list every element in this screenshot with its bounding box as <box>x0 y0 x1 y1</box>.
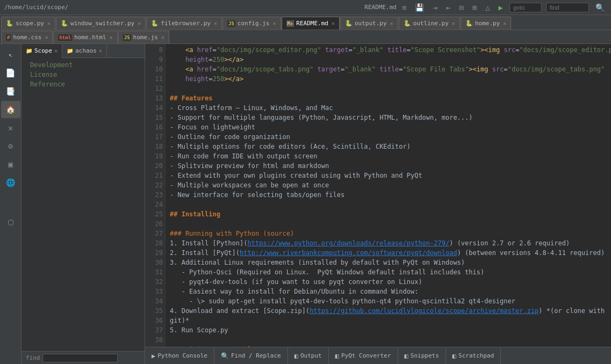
home-js-icon: JS <box>123 34 131 41</box>
scratchpad-icon: ◧ <box>452 352 456 360</box>
goto-input[interactable] <box>509 3 542 12</box>
pyqt-icon: ◧ <box>335 352 339 360</box>
python-console-label: Python Console <box>157 352 207 359</box>
find-replace-label: Find / Replace <box>231 352 281 359</box>
home-css-close[interactable]: ✕ <box>45 34 48 40</box>
grid-icon[interactable]: ⊞ <box>470 2 479 13</box>
save-icon[interactable]: 💾 <box>413 2 426 13</box>
tab-output-py[interactable]: 🐍 output.py ✕ <box>340 17 398 30</box>
panel-scope-close[interactable]: ✕ <box>54 48 57 54</box>
panel-scope-icon: 📁 <box>26 48 32 54</box>
output-icon: ◧ <box>294 352 298 360</box>
main-area: ↖ 📄 📑 🏠 ✕ ⚙ ▣ 🌐 ⬡ 📁 Scope ✕ 📁 achaos ✕ D… <box>0 44 611 364</box>
home-py-label: home.py <box>475 20 500 27</box>
scope-py-icon: 🐍 <box>6 20 13 27</box>
home-js-close[interactable]: ✕ <box>161 34 164 40</box>
output-py-icon: 🐍 <box>345 20 353 27</box>
home-css-icon: # <box>6 34 11 41</box>
tab-readme-md[interactable]: M+ README.md ✕ <box>282 17 340 30</box>
tab-outline-py[interactable]: 🐍 outline.py ✕ <box>399 17 460 30</box>
editor-content: 89101112 1314151617 1819202122 232425262… <box>145 44 611 347</box>
sidebar-home-icon[interactable]: 🏠 <box>1 101 20 118</box>
indent-icon[interactable]: ⇥ <box>430 2 439 13</box>
scratchpad-label: Scratchpad <box>458 352 494 359</box>
tab-home-py[interactable]: 🐍 home.py ✕ <box>461 17 511 30</box>
find-input[interactable] <box>42 354 118 362</box>
sidebar-cursor-icon[interactable]: ↖ <box>1 46 20 63</box>
window-switcher-close[interactable]: ✕ <box>138 20 141 26</box>
bottom-tab-pyqt[interactable]: ◧ PyQt Converter <box>329 347 398 365</box>
home-css-label: home.css <box>13 34 41 41</box>
tab-scope-py[interactable]: 🐍 scope.py ✕ <box>1 17 55 30</box>
top-icons: ≡ 💾 ⇥ ⇤ ⊟ ⊞ △ ▶ 🔍 <box>400 2 607 13</box>
snippets-icon: ◧ <box>405 352 408 360</box>
file-panel: 📁 Scope ✕ 📁 achaos ✕ Development License… <box>21 44 145 364</box>
config-js-icon: JS <box>227 20 235 27</box>
panel-achaos-icon: 📁 <box>67 48 73 54</box>
filebrowser-icon: 🐍 <box>151 20 159 27</box>
panel-tab-scope[interactable]: 📁 Scope ✕ <box>21 44 62 58</box>
top-bar: /home/lucid/scope/ README.md ≡ 💾 ⇥ ⇤ ⊟ ⊞… <box>0 0 611 15</box>
snippets-label: Snippets <box>411 352 439 359</box>
tab-filebrowser[interactable]: 🐍 filebrowser.py ✕ <box>146 17 222 30</box>
path-label: /home/lucid/scope/ <box>4 4 364 11</box>
sidebar-terminal-icon[interactable]: ▣ <box>1 156 20 173</box>
separator-icon: ⊟ <box>457 2 465 13</box>
panel-tab-achaos[interactable]: 📁 achaos ✕ <box>62 44 107 58</box>
sidebar-gear-icon[interactable]: ⚙ <box>1 137 20 155</box>
outline-py-close[interactable]: ✕ <box>452 20 455 26</box>
triangle-icon[interactable]: △ <box>483 2 492 13</box>
panel-achaos-close[interactable]: ✕ <box>99 48 102 54</box>
scope-py-label: scope.py <box>16 20 44 27</box>
home-py-close[interactable]: ✕ <box>503 20 506 26</box>
bottom-tab-scratchpad[interactable]: ◧ Scratchpad <box>446 347 501 365</box>
sidebar-tools-icon[interactable]: ✕ <box>1 119 20 136</box>
readme-md-close[interactable]: ✕ <box>332 20 335 26</box>
panel-achaos-label: achaos <box>75 47 97 54</box>
bottom-tab-snippets[interactable]: ◧ Snippets <box>398 347 446 365</box>
scope-py-close[interactable]: ✕ <box>47 20 51 26</box>
config-js-close[interactable]: ✕ <box>272 20 276 26</box>
filebrowser-close[interactable]: ✕ <box>214 20 217 26</box>
find-replace-icon: 🔍 <box>221 352 229 360</box>
tab-home-html[interactable]: html home.html ✕ <box>53 31 117 43</box>
find-input-top[interactable] <box>546 3 589 12</box>
tree-item-license[interactable]: License <box>21 70 145 79</box>
outline-py-icon: 🐍 <box>404 20 411 27</box>
home-py-icon: 🐍 <box>465 20 473 27</box>
hamburger-icon[interactable]: ≡ <box>400 2 408 13</box>
outline-py-label: outline.py <box>413 20 449 27</box>
window-switcher-label: window_switcher.py <box>70 20 134 27</box>
output-label: Output <box>300 352 322 359</box>
sidebar-globe-icon[interactable]: 🌐 <box>1 174 20 191</box>
window-switcher-icon: 🐍 <box>61 20 68 27</box>
code-editor[interactable]: <a href="docs/img/scope_editor.png" targ… <box>166 44 611 347</box>
find-label: find <box>26 354 40 361</box>
home-html-label: home.html <box>74 34 106 41</box>
python-console-icon: ▶ <box>152 352 155 360</box>
play-icon[interactable]: ▶ <box>497 2 505 13</box>
sidebar-icons: ↖ 📄 📑 🏠 ✕ ⚙ ▣ 🌐 ⬡ <box>0 44 21 364</box>
tab-config-js[interactable]: JS config.js ✕ <box>222 17 281 30</box>
file-panel-tabs: 📁 Scope ✕ 📁 achaos ✕ <box>21 44 145 58</box>
tab-home-css[interactable]: # home.css ✕ <box>1 31 53 43</box>
sidebar-file-icon[interactable]: 📄 <box>1 64 20 82</box>
bottom-tab-output[interactable]: ◧ Output <box>288 347 329 365</box>
tab-home-js[interactable]: JS home.js ✕ <box>118 31 169 43</box>
bottom-tab-python-console[interactable]: ▶ Python Console <box>145 347 214 365</box>
bottom-tab-find-replace[interactable]: 🔍 Find / Replace <box>214 347 288 365</box>
home-html-close[interactable]: ✕ <box>110 34 113 40</box>
editor-area: 89101112 1314151617 1819202122 232425262… <box>145 44 611 364</box>
tab-window-switcher[interactable]: 🐍 window_switcher.py ✕ <box>56 17 146 30</box>
tree-item-reference[interactable]: Reference <box>21 79 145 89</box>
tree-item-development[interactable]: Development <box>21 60 145 70</box>
file-tree: Development License Reference <box>21 58 145 351</box>
search-icon[interactable]: 🔍 <box>593 2 607 13</box>
tab-bar-row2: # home.css ✕ html home.html ✕ JS home.js… <box>0 30 611 44</box>
outdent-icon[interactable]: ⇤ <box>444 2 452 13</box>
output-py-close[interactable]: ✕ <box>390 20 393 26</box>
sidebar-pages-icon[interactable]: 📑 <box>1 83 20 100</box>
filebrowser-label: filebrowser.py <box>161 20 211 27</box>
sidebar-plugin-icon[interactable]: ⬡ <box>1 214 20 231</box>
output-py-label: output.py <box>355 20 387 27</box>
